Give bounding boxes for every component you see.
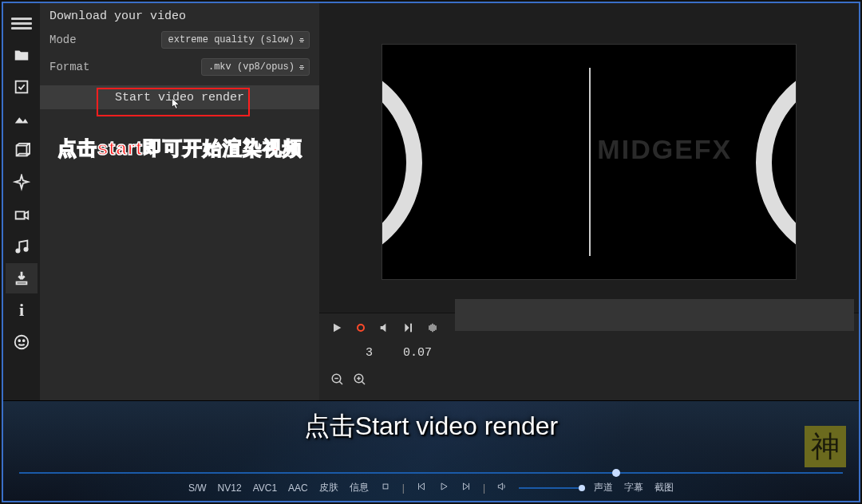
camera-icon[interactable] [6,199,38,230]
audio-track-button[interactable]: 声道 [594,481,613,494]
cube-icon[interactable] [6,136,38,166]
zoom-in-icon[interactable] [353,372,367,391]
svg-rect-12 [383,484,388,489]
play-icon[interactable] [330,321,343,338]
video-subtitle: 点击Start video render [3,409,859,444]
hamburger-icon[interactable] [6,8,38,38]
download-panel: Download your video Mode extreme quality… [40,3,319,400]
svg-point-5 [15,336,29,349]
video-preview[interactable]: MIDGEFX [382,44,797,280]
left-icon-bar: i [3,3,40,400]
svg-point-2 [16,249,19,252]
lens-shape-right [756,59,797,266]
start-render-button[interactable]: Start video render [40,85,319,109]
info-icon[interactable]: i [6,295,38,325]
info-button[interactable]: 信息 [350,481,369,494]
zoom-row [330,372,848,391]
svg-rect-4 [17,282,27,285]
player-controls-bar: S/W NV12 AVC1 AAC 皮肤 信息 | | 声道 字幕 截图 [3,481,859,494]
preview-watermark: MIDGEFX [597,134,732,165]
progress-thumb[interactable] [612,469,620,477]
sep2: | [483,482,485,494]
preview-wrap: MIDGEFX [319,3,859,313]
download-icon[interactable] [6,263,38,293]
checkbox-icon[interactable] [6,72,38,102]
codec-avc1[interactable]: AVC1 [253,482,277,494]
format-row: Format .mkv (vp8/opus) [40,53,319,81]
step-icon[interactable] [402,321,415,338]
time-value: 0.07 [403,346,432,360]
app-frame: i Download your video Mode extreme quali… [2,2,860,502]
prev-icon[interactable] [416,481,427,494]
lens-shape-left [382,59,422,266]
main-area: i Download your video Mode extreme quali… [3,3,859,400]
volume-icon[interactable] [496,481,508,494]
svg-rect-0 [16,81,28,93]
tutorial-video-area: 点击Start video render 神 S/W NV12 AVC1 AAC… [3,400,859,501]
timeline-strip[interactable] [455,299,854,331]
format-select[interactable]: .mkv (vp8/opus) [201,58,310,76]
waveform-icon[interactable] [426,321,439,338]
format-label: Format [49,61,89,73]
screenshot-button[interactable]: 截图 [654,481,674,494]
skin-button[interactable]: 皮肤 [319,481,338,494]
player-play-icon[interactable] [438,481,449,494]
mode-row: Mode extreme quality (slow) [40,26,319,53]
svg-point-8 [358,325,364,331]
panel-title: Download your video [40,3,319,26]
corner-watermark: 神 [805,426,846,467]
mode-select[interactable]: extreme quality (slow) [161,31,310,49]
smiley-icon[interactable] [6,327,38,357]
playback-numbers: 3 0.07 [366,346,848,360]
sep: | [402,482,405,494]
vertical-divider [589,68,591,255]
frame-number: 3 [366,346,373,360]
codec-sw[interactable]: S/W [188,482,207,494]
music-icon[interactable] [6,231,38,262]
zoom-out-icon[interactable] [330,372,345,391]
image-icon[interactable] [6,104,38,134]
mode-label: Mode [49,33,77,46]
subtitle-button[interactable]: 字幕 [624,481,643,494]
next-icon[interactable] [461,481,472,494]
record-icon[interactable] [354,321,367,338]
svg-rect-9 [410,324,412,333]
svg-point-3 [24,248,27,251]
annotation-text: 点击start即可开始渲染视频 [57,136,302,161]
stop-icon[interactable] [380,481,391,494]
start-render-label: Start video render [115,91,244,104]
progress-bar[interactable] [19,472,843,474]
codec-aac[interactable]: AAC [288,482,308,494]
sparkle-icon[interactable] [6,167,38,198]
folder-icon[interactable] [6,40,38,70]
volume-slider[interactable] [519,487,583,489]
right-column: MIDGEFX 3 0.07 [319,3,859,400]
mute-icon[interactable] [378,321,391,338]
codec-nv12[interactable]: NV12 [218,482,242,494]
svg-point-7 [23,340,25,341]
svg-point-6 [18,340,20,341]
